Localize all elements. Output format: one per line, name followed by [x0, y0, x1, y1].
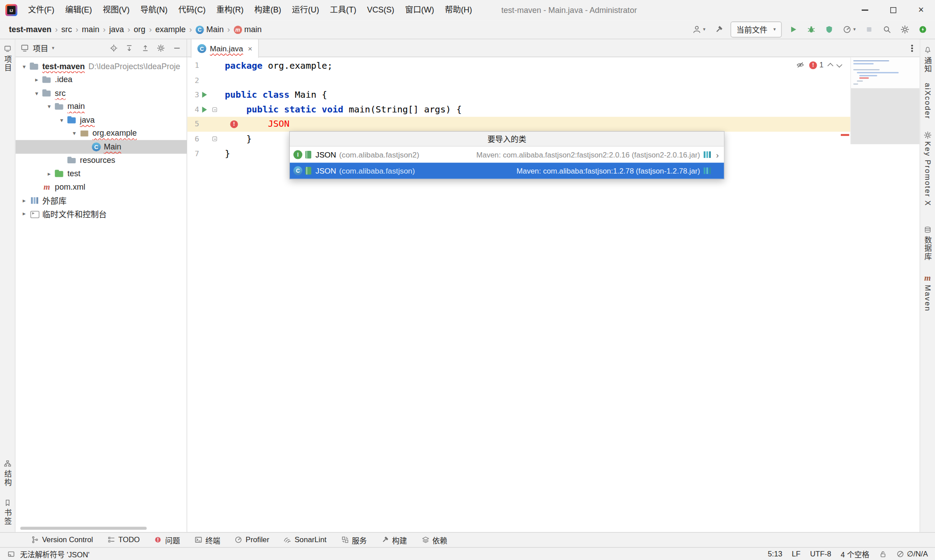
tree-toggle-icon[interactable]: ▸	[45, 170, 53, 177]
services-toolwindow-button[interactable]: 服务	[334, 533, 374, 547]
status-indent[interactable]: 4 个空格	[841, 548, 869, 560]
import-candidate[interactable]: IJSON(com.alibaba.fastjson2)Maven: com.a…	[290, 147, 724, 163]
run-icon[interactable]	[202, 92, 207, 98]
dependencies-toolwindow-button[interactable]: 依赖	[414, 533, 455, 547]
notifications-toolwindow-button[interactable]: 通知	[922, 44, 933, 75]
tree-toggle-icon[interactable]: ▾	[58, 116, 66, 123]
tree-item[interactable]: ▾test-mavenD:\IdeaProjects\IdeaProje	[16, 60, 187, 73]
database-toolwindow-button[interactable]: 数据库	[922, 224, 933, 263]
sonarlint-toolwindow-button[interactable]: SonarLint	[276, 533, 334, 547]
import-candidate[interactable]: CJSON(com.alibaba.fastjson)Maven: com.al…	[290, 163, 724, 179]
menu-item[interactable]: 帮助(H)	[439, 0, 477, 20]
menu-item[interactable]: 重构(R)	[211, 0, 249, 20]
tree-item[interactable]: CMain	[16, 140, 187, 153]
tree-item[interactable]: ▾java	[16, 113, 187, 127]
tree-item[interactable]: ▸.idea	[16, 73, 187, 87]
plugin-button[interactable]	[917, 23, 929, 36]
breadcrumb-item[interactable]: example	[154, 25, 188, 35]
project-panel-title[interactable]: 项目	[33, 42, 48, 54]
minimize-button[interactable]	[851, 0, 879, 20]
status-line-ending[interactable]: LF	[792, 550, 800, 558]
tree-item[interactable]: ▾main	[16, 100, 187, 113]
tree-toggle-icon[interactable]: ▾	[45, 103, 53, 110]
run-icon[interactable]	[202, 107, 207, 112]
previous-error-icon[interactable]	[827, 63, 833, 69]
code-line[interactable]: 4 public static void main(String[] args)…	[187, 102, 919, 117]
problems-toolwindow-button[interactable]: 问题	[147, 533, 187, 547]
close-tab-icon[interactable]: ×	[248, 44, 252, 53]
menu-item[interactable]: 视图(V)	[97, 0, 135, 20]
todo-toolwindow-button[interactable]: TODO	[100, 533, 147, 547]
expand-all-button[interactable]	[124, 43, 134, 53]
status-encoding[interactable]: UTF-8	[810, 550, 831, 558]
menu-item[interactable]: 文件(F)	[23, 0, 60, 20]
toolwindow-toggle-icon[interactable]	[7, 550, 15, 558]
tree-toggle-icon[interactable]: ▸	[20, 197, 28, 204]
settings-button[interactable]	[156, 43, 166, 53]
run-button[interactable]	[787, 23, 800, 36]
menu-item[interactable]: 导航(N)	[135, 0, 173, 20]
menu-item[interactable]: 编辑(E)	[60, 0, 97, 20]
hide-button[interactable]	[171, 43, 182, 53]
menu-item[interactable]: 工具(T)	[325, 0, 362, 20]
breadcrumb-item[interactable]: mmain	[232, 25, 263, 35]
coverage-button[interactable]	[823, 23, 835, 36]
locate-button[interactable]	[108, 43, 118, 53]
editor-tab-main-java[interactable]: C Main.java ×	[191, 39, 259, 58]
minimap-viewport[interactable]	[851, 88, 920, 145]
structure-toolwindow-button[interactable]: 结构	[2, 458, 13, 489]
minimap[interactable]	[850, 57, 919, 144]
editor[interactable]: 1package org.example;23public class Main…	[187, 57, 919, 532]
menu-item[interactable]: VCS(S)	[362, 0, 400, 20]
tree-item[interactable]: ▸临时文件和控制台	[16, 207, 187, 220]
status-caret-position[interactable]: 5:13	[768, 550, 782, 558]
version-control-toolwindow-button[interactable]: Version Control	[24, 533, 100, 547]
tree-toggle-icon[interactable]: ▸	[33, 76, 40, 83]
breadcrumb-item[interactable]: test-maven	[7, 25, 53, 35]
profiler-toolwindow-button[interactable]: Profiler	[227, 533, 276, 547]
debug-button[interactable]	[805, 23, 818, 36]
code-line[interactable]: 5 JSON!	[187, 117, 919, 132]
breadcrumb-item[interactable]: CMain	[194, 25, 225, 35]
tree-item[interactable]: resources	[16, 153, 187, 167]
inspections-widget[interactable]: ! 1	[796, 61, 841, 69]
bookmarks-toolwindow-button[interactable]: 书签	[2, 497, 13, 527]
profiler-button[interactable]: ▾	[841, 23, 857, 36]
key-promoter-x-toolwindow-button[interactable]: Key Promoter X	[923, 129, 932, 208]
close-button[interactable]: ×	[907, 0, 935, 20]
code-line[interactable]: 2	[187, 73, 919, 88]
menu-item[interactable]: 代码(C)	[173, 0, 211, 20]
build-toolwindow-button[interactable]: 构建	[374, 533, 414, 547]
error-stripe-mark[interactable]	[841, 134, 849, 136]
project-toolwindow-button[interactable]: 项目	[2, 43, 13, 74]
settings-button[interactable]	[899, 23, 911, 36]
search-button[interactable]	[881, 23, 893, 36]
build-button[interactable]	[713, 23, 725, 36]
menu-item[interactable]: 构建(B)	[249, 0, 287, 20]
error-counter[interactable]: ! 1	[809, 61, 823, 69]
tree-item[interactable]: ▸外部库	[16, 194, 187, 207]
run-config-select[interactable]: 当前文件▾	[730, 21, 782, 37]
breadcrumb-item[interactable]: src	[59, 25, 74, 35]
breadcrumb-item[interactable]: java	[107, 25, 125, 35]
menu-item[interactable]: 运行(U)	[287, 0, 325, 20]
highlighting-mode[interactable]: ∅/N/A	[897, 549, 928, 558]
next-error-icon[interactable]	[836, 62, 842, 67]
tree-item[interactable]: ▾org.example	[16, 127, 187, 140]
horizontal-scrollbar[interactable]	[20, 527, 146, 530]
stop-button[interactable]	[863, 23, 875, 36]
maximize-button[interactable]	[879, 0, 907, 20]
code-line[interactable]: 3public class Main {	[187, 88, 919, 103]
tree-toggle-icon[interactable]: ▸	[20, 211, 28, 217]
editor-options-icon[interactable]	[908, 44, 916, 53]
fold-icon[interactable]	[212, 107, 217, 112]
breadcrumb-item[interactable]: org	[132, 25, 147, 35]
tree-toggle-icon[interactable]: ▾	[71, 130, 78, 137]
user-button[interactable]: ▾	[690, 23, 707, 36]
tree-item[interactable]: ▸test	[16, 167, 187, 180]
breadcrumb-item[interactable]: main	[80, 25, 101, 35]
menu-item[interactable]: 窗口(W)	[400, 0, 439, 20]
tree-item[interactable]: mpom.xml	[16, 180, 187, 194]
aixcoder-toolwindow-button[interactable]: aiXcoder	[923, 81, 932, 121]
fold-icon[interactable]	[212, 137, 217, 141]
